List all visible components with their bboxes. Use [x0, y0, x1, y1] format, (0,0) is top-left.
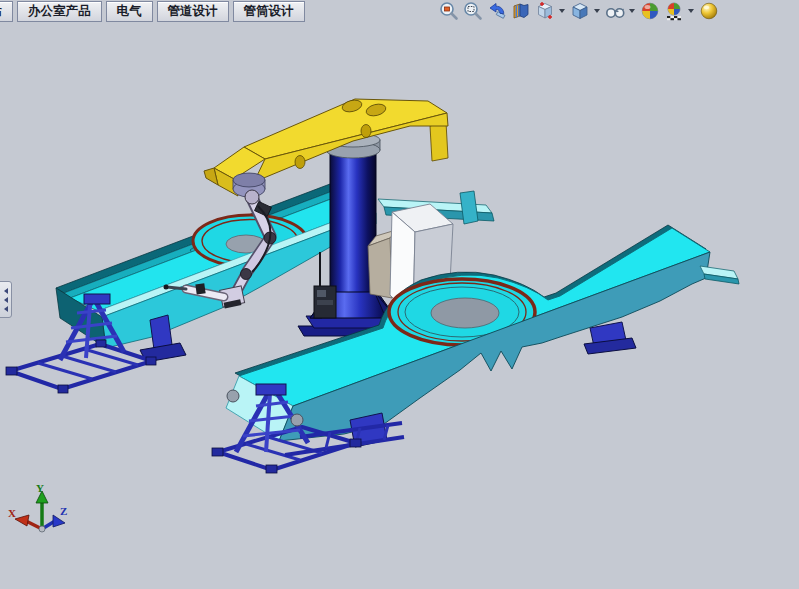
section-view-button[interactable] — [510, 0, 532, 22]
cad-application-window: Y X Z 评估 办公室产品 电气 管道设计 管筒设计 — [0, 0, 799, 589]
edit-appearance-button[interactable] — [639, 0, 661, 22]
zoom-to-area-button[interactable] — [462, 0, 484, 22]
display-style-button[interactable] — [569, 0, 591, 22]
chevron-down-icon — [594, 9, 600, 13]
tab-electrical-label: 电气 — [117, 3, 142, 20]
tab-piping-design[interactable]: 管道设计 — [157, 1, 229, 22]
view-orientation-icon — [535, 1, 555, 21]
view-settings-icon — [699, 1, 719, 21]
previous-view-button[interactable] — [486, 0, 508, 22]
chevron-down-icon — [559, 9, 565, 13]
tab-evaluate-label: 评估 — [0, 3, 2, 20]
chevron-down-icon — [688, 9, 694, 13]
triad-x-arrow — [15, 515, 29, 526]
panel-expand-button[interactable] — [0, 281, 12, 318]
display-style-dropdown[interactable] — [592, 0, 601, 22]
triangle-left-icon — [4, 306, 8, 312]
tab-tubing-design-label: 管筒设计 — [244, 3, 294, 20]
triad-z-label: Z — [60, 505, 67, 517]
command-manager-bar: 评估 办公室产品 电气 管道设计 管筒设计 — [0, 0, 799, 22]
chevron-down-icon — [629, 9, 635, 13]
hide-show-items-button[interactable] — [604, 0, 626, 22]
apply-scene-button[interactable] — [663, 0, 685, 22]
tab-evaluate[interactable]: 评估 — [0, 1, 13, 22]
command-tabs: 评估 办公室产品 电气 管道设计 管筒设计 — [0, 1, 309, 22]
tab-office-products-label: 办公室产品 — [28, 3, 91, 20]
view-settings-button[interactable] — [698, 0, 720, 22]
edit-appearance-icon — [640, 1, 660, 21]
triad-y-label: Y — [36, 482, 44, 494]
zoom-to-fit-icon — [439, 1, 459, 21]
display-style-icon — [570, 1, 590, 21]
triangle-left-icon — [4, 297, 8, 303]
tab-piping-design-label: 管道设计 — [168, 3, 218, 20]
apply-scene-dropdown[interactable] — [686, 0, 695, 22]
zoom-to-fit-button[interactable] — [438, 0, 460, 22]
view-orientation-dropdown[interactable] — [557, 0, 566, 22]
hide-show-items-icon — [605, 1, 625, 21]
orientation-triad: Y X Z — [8, 482, 67, 532]
tab-tubing-design[interactable]: 管筒设计 — [233, 1, 305, 22]
triangle-left-icon — [4, 288, 8, 294]
heads-up-view-toolbar — [437, 0, 721, 22]
previous-view-icon — [487, 1, 507, 21]
graphics-viewport[interactable]: Y X Z — [0, 0, 799, 589]
tab-office-products[interactable]: 办公室产品 — [17, 1, 102, 22]
tab-electrical[interactable]: 电气 — [106, 1, 153, 22]
view-orientation-button[interactable] — [534, 0, 556, 22]
section-view-icon — [511, 1, 531, 21]
apply-scene-icon — [664, 1, 684, 21]
hide-show-items-dropdown[interactable] — [627, 0, 636, 22]
triad-x-label: X — [8, 507, 16, 519]
zoom-to-area-icon — [463, 1, 483, 21]
